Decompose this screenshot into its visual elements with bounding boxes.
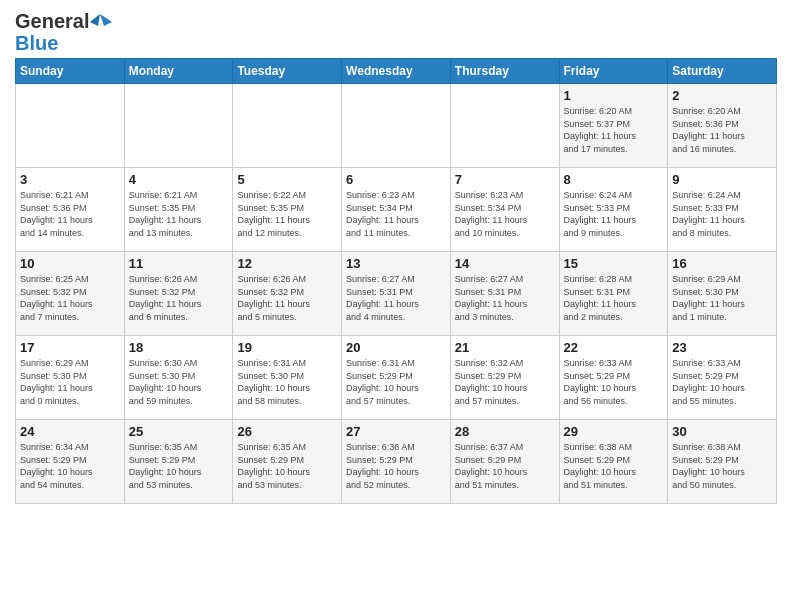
- day-info: Sunrise: 6:29 AM Sunset: 5:30 PM Dayligh…: [20, 357, 120, 407]
- day-info: Sunrise: 6:24 AM Sunset: 5:33 PM Dayligh…: [672, 189, 772, 239]
- day-number: 15: [564, 256, 664, 271]
- day-info: Sunrise: 6:32 AM Sunset: 5:29 PM Dayligh…: [455, 357, 555, 407]
- day-info: Sunrise: 6:37 AM Sunset: 5:29 PM Dayligh…: [455, 441, 555, 491]
- calendar-day-cell: [16, 84, 125, 168]
- calendar-table: SundayMondayTuesdayWednesdayThursdayFrid…: [15, 58, 777, 504]
- calendar-day-cell: 21Sunrise: 6:32 AM Sunset: 5:29 PM Dayli…: [450, 336, 559, 420]
- weekday-header: Saturday: [668, 59, 777, 84]
- calendar-week-row: 3Sunrise: 6:21 AM Sunset: 5:36 PM Daylig…: [16, 168, 777, 252]
- calendar-week-row: 24Sunrise: 6:34 AM Sunset: 5:29 PM Dayli…: [16, 420, 777, 504]
- day-info: Sunrise: 6:21 AM Sunset: 5:36 PM Dayligh…: [20, 189, 120, 239]
- day-number: 30: [672, 424, 772, 439]
- calendar-day-cell: 18Sunrise: 6:30 AM Sunset: 5:30 PM Dayli…: [124, 336, 233, 420]
- day-info: Sunrise: 6:30 AM Sunset: 5:30 PM Dayligh…: [129, 357, 229, 407]
- weekday-header: Tuesday: [233, 59, 342, 84]
- calendar-day-cell: 6Sunrise: 6:23 AM Sunset: 5:34 PM Daylig…: [342, 168, 451, 252]
- calendar-day-cell: 26Sunrise: 6:35 AM Sunset: 5:29 PM Dayli…: [233, 420, 342, 504]
- calendar-day-cell: 17Sunrise: 6:29 AM Sunset: 5:30 PM Dayli…: [16, 336, 125, 420]
- calendar-day-cell: 13Sunrise: 6:27 AM Sunset: 5:31 PM Dayli…: [342, 252, 451, 336]
- day-number: 14: [455, 256, 555, 271]
- logo-text: General Blue: [15, 10, 113, 54]
- header: General Blue: [15, 10, 777, 54]
- day-info: Sunrise: 6:33 AM Sunset: 5:29 PM Dayligh…: [672, 357, 772, 407]
- calendar-day-cell: 23Sunrise: 6:33 AM Sunset: 5:29 PM Dayli…: [668, 336, 777, 420]
- day-info: Sunrise: 6:29 AM Sunset: 5:30 PM Dayligh…: [672, 273, 772, 323]
- day-info: Sunrise: 6:31 AM Sunset: 5:30 PM Dayligh…: [237, 357, 337, 407]
- logo-blue: Blue: [15, 32, 58, 54]
- day-number: 12: [237, 256, 337, 271]
- day-info: Sunrise: 6:36 AM Sunset: 5:29 PM Dayligh…: [346, 441, 446, 491]
- logo-bird-icon: [90, 12, 112, 30]
- day-number: 19: [237, 340, 337, 355]
- calendar-day-cell: 16Sunrise: 6:29 AM Sunset: 5:30 PM Dayli…: [668, 252, 777, 336]
- calendar-day-cell: 20Sunrise: 6:31 AM Sunset: 5:29 PM Dayli…: [342, 336, 451, 420]
- day-number: 24: [20, 424, 120, 439]
- calendar-day-cell: 10Sunrise: 6:25 AM Sunset: 5:32 PM Dayli…: [16, 252, 125, 336]
- calendar-day-cell: 5Sunrise: 6:22 AM Sunset: 5:35 PM Daylig…: [233, 168, 342, 252]
- calendar-week-row: 17Sunrise: 6:29 AM Sunset: 5:30 PM Dayli…: [16, 336, 777, 420]
- calendar-day-cell: [233, 84, 342, 168]
- day-number: 13: [346, 256, 446, 271]
- calendar-day-cell: 12Sunrise: 6:26 AM Sunset: 5:32 PM Dayli…: [233, 252, 342, 336]
- logo-general: General: [15, 10, 89, 32]
- day-info: Sunrise: 6:27 AM Sunset: 5:31 PM Dayligh…: [346, 273, 446, 323]
- day-number: 17: [20, 340, 120, 355]
- calendar-day-cell: 9Sunrise: 6:24 AM Sunset: 5:33 PM Daylig…: [668, 168, 777, 252]
- day-number: 4: [129, 172, 229, 187]
- day-number: 20: [346, 340, 446, 355]
- day-number: 27: [346, 424, 446, 439]
- calendar-day-cell: 2Sunrise: 6:20 AM Sunset: 5:36 PM Daylig…: [668, 84, 777, 168]
- calendar-day-cell: 24Sunrise: 6:34 AM Sunset: 5:29 PM Dayli…: [16, 420, 125, 504]
- weekday-header: Friday: [559, 59, 668, 84]
- day-number: 5: [237, 172, 337, 187]
- day-info: Sunrise: 6:20 AM Sunset: 5:37 PM Dayligh…: [564, 105, 664, 155]
- calendar-day-cell: 19Sunrise: 6:31 AM Sunset: 5:30 PM Dayli…: [233, 336, 342, 420]
- calendar-week-row: 1Sunrise: 6:20 AM Sunset: 5:37 PM Daylig…: [16, 84, 777, 168]
- day-info: Sunrise: 6:38 AM Sunset: 5:29 PM Dayligh…: [564, 441, 664, 491]
- day-info: Sunrise: 6:24 AM Sunset: 5:33 PM Dayligh…: [564, 189, 664, 239]
- calendar-day-cell: 28Sunrise: 6:37 AM Sunset: 5:29 PM Dayli…: [450, 420, 559, 504]
- logo: General Blue: [15, 10, 113, 54]
- calendar-day-cell: [450, 84, 559, 168]
- weekday-header-row: SundayMondayTuesdayWednesdayThursdayFrid…: [16, 59, 777, 84]
- svg-marker-1: [90, 14, 100, 26]
- day-number: 21: [455, 340, 555, 355]
- day-info: Sunrise: 6:21 AM Sunset: 5:35 PM Dayligh…: [129, 189, 229, 239]
- day-info: Sunrise: 6:35 AM Sunset: 5:29 PM Dayligh…: [129, 441, 229, 491]
- weekday-header: Sunday: [16, 59, 125, 84]
- day-info: Sunrise: 6:27 AM Sunset: 5:31 PM Dayligh…: [455, 273, 555, 323]
- day-number: 10: [20, 256, 120, 271]
- calendar-day-cell: 14Sunrise: 6:27 AM Sunset: 5:31 PM Dayli…: [450, 252, 559, 336]
- day-info: Sunrise: 6:22 AM Sunset: 5:35 PM Dayligh…: [237, 189, 337, 239]
- day-info: Sunrise: 6:23 AM Sunset: 5:34 PM Dayligh…: [455, 189, 555, 239]
- day-number: 3: [20, 172, 120, 187]
- day-number: 18: [129, 340, 229, 355]
- day-number: 1: [564, 88, 664, 103]
- day-number: 6: [346, 172, 446, 187]
- day-info: Sunrise: 6:33 AM Sunset: 5:29 PM Dayligh…: [564, 357, 664, 407]
- day-info: Sunrise: 6:34 AM Sunset: 5:29 PM Dayligh…: [20, 441, 120, 491]
- day-info: Sunrise: 6:35 AM Sunset: 5:29 PM Dayligh…: [237, 441, 337, 491]
- calendar-day-cell: 25Sunrise: 6:35 AM Sunset: 5:29 PM Dayli…: [124, 420, 233, 504]
- calendar-day-cell: 15Sunrise: 6:28 AM Sunset: 5:31 PM Dayli…: [559, 252, 668, 336]
- calendar-day-cell: 29Sunrise: 6:38 AM Sunset: 5:29 PM Dayli…: [559, 420, 668, 504]
- weekday-header: Wednesday: [342, 59, 451, 84]
- calendar-day-cell: [342, 84, 451, 168]
- calendar-day-cell: 8Sunrise: 6:24 AM Sunset: 5:33 PM Daylig…: [559, 168, 668, 252]
- weekday-header: Thursday: [450, 59, 559, 84]
- calendar-day-cell: 4Sunrise: 6:21 AM Sunset: 5:35 PM Daylig…: [124, 168, 233, 252]
- calendar-day-cell: 27Sunrise: 6:36 AM Sunset: 5:29 PM Dayli…: [342, 420, 451, 504]
- day-info: Sunrise: 6:20 AM Sunset: 5:36 PM Dayligh…: [672, 105, 772, 155]
- day-number: 7: [455, 172, 555, 187]
- calendar-day-cell: 3Sunrise: 6:21 AM Sunset: 5:36 PM Daylig…: [16, 168, 125, 252]
- day-number: 29: [564, 424, 664, 439]
- day-number: 25: [129, 424, 229, 439]
- calendar-day-cell: 11Sunrise: 6:26 AM Sunset: 5:32 PM Dayli…: [124, 252, 233, 336]
- calendar-week-row: 10Sunrise: 6:25 AM Sunset: 5:32 PM Dayli…: [16, 252, 777, 336]
- calendar-day-cell: 30Sunrise: 6:38 AM Sunset: 5:29 PM Dayli…: [668, 420, 777, 504]
- calendar-day-cell: 7Sunrise: 6:23 AM Sunset: 5:34 PM Daylig…: [450, 168, 559, 252]
- day-info: Sunrise: 6:25 AM Sunset: 5:32 PM Dayligh…: [20, 273, 120, 323]
- calendar-day-cell: [124, 84, 233, 168]
- day-info: Sunrise: 6:26 AM Sunset: 5:32 PM Dayligh…: [237, 273, 337, 323]
- day-number: 28: [455, 424, 555, 439]
